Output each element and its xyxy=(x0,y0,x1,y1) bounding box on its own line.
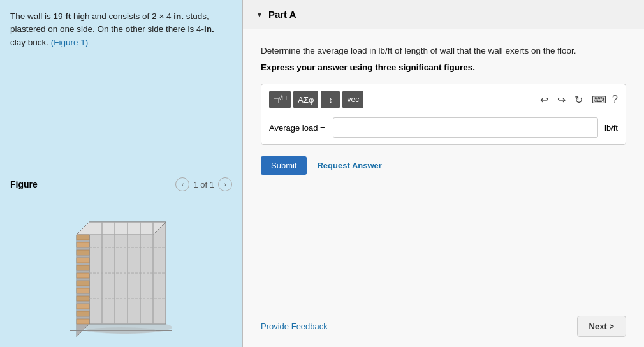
redo-icon: ↪ xyxy=(557,94,566,106)
figure-nav: ‹ 1 of 1 › xyxy=(175,177,232,191)
problem-text: The wall is 19 ft high and consists of 2… xyxy=(10,10,232,49)
keyboard-icon: ⌨ xyxy=(592,94,606,106)
wall-figure-svg xyxy=(51,196,191,337)
refresh-button[interactable]: ↻ xyxy=(571,92,586,107)
problem-line3: clay brick. (Figure 1) xyxy=(10,38,88,47)
sqrt-icon: □√□ xyxy=(274,94,286,105)
updown-button[interactable]: ↕ xyxy=(321,91,340,108)
alpha-sigma-button[interactable]: ΑΣφ xyxy=(293,91,318,108)
right-panel: ▼ Part A Determine the average load in l… xyxy=(243,0,644,347)
svg-rect-15 xyxy=(77,281,89,286)
refresh-icon: ↻ xyxy=(574,94,583,106)
vec-button[interactable]: vec xyxy=(342,91,363,108)
request-answer-link[interactable]: Request Answer xyxy=(317,161,381,170)
provide-feedback-link[interactable]: Provide Feedback xyxy=(261,321,328,331)
answer-container: □√□ ΑΣφ ↕ vec ↩ ↪ ↻ xyxy=(261,84,626,145)
svg-rect-9 xyxy=(77,235,89,240)
figure-page-indicator: 1 of 1 xyxy=(193,180,214,189)
problem-line1: The wall is 19 ft high and consists of 2… xyxy=(10,11,209,21)
svg-rect-12 xyxy=(77,258,89,263)
undo-icon: ↩ xyxy=(540,94,548,106)
toolbar: □√□ ΑΣφ ↕ vec ↩ ↪ ↻ xyxy=(269,91,618,112)
figure-section: Figure ‹ 1 of 1 › xyxy=(10,177,232,337)
unit-label: lb/ft xyxy=(604,123,618,133)
figure-prev-button[interactable]: ‹ xyxy=(175,177,189,191)
svg-rect-17 xyxy=(77,296,89,301)
figure-image-area xyxy=(10,196,232,337)
figure-link[interactable]: (Figure 1) xyxy=(51,38,89,47)
svg-point-25 xyxy=(86,327,156,334)
sqrt-button[interactable]: □√□ xyxy=(269,91,291,108)
next-button[interactable]: Next > xyxy=(577,316,626,337)
svg-rect-18 xyxy=(77,304,89,309)
svg-rect-14 xyxy=(77,273,89,278)
vec-label: vec xyxy=(347,95,359,104)
input-row: Average load = lb/ft xyxy=(269,117,618,138)
input-label: Average load = xyxy=(269,123,326,133)
svg-rect-10 xyxy=(77,242,89,247)
part-title: Part A xyxy=(268,9,296,20)
svg-rect-13 xyxy=(77,265,89,270)
svg-rect-19 xyxy=(77,311,89,316)
redo-button[interactable]: ↪ xyxy=(554,92,569,107)
buttons-row: Submit Request Answer xyxy=(261,156,626,175)
submit-button[interactable]: Submit xyxy=(261,156,307,175)
bottom-row: Provide Feedback Next > xyxy=(243,306,644,347)
problem-line2: plastered on one side. On the other side… xyxy=(10,24,214,34)
undo-button[interactable]: ↩ xyxy=(537,92,552,107)
svg-marker-3 xyxy=(77,222,166,235)
svg-rect-20 xyxy=(77,319,89,324)
left-panel: The wall is 19 ft high and consists of 2… xyxy=(0,0,242,347)
figure-title: Figure xyxy=(10,179,38,189)
help-icon[interactable]: ? xyxy=(612,94,618,105)
svg-rect-16 xyxy=(77,288,89,293)
alpha-sigma-icon: ΑΣφ xyxy=(298,95,314,105)
keyboard-button[interactable]: ⌨ xyxy=(589,92,610,107)
part-header: ▼ Part A xyxy=(243,0,644,29)
bold-instruction: Express your answer using three signific… xyxy=(261,63,626,72)
updown-icon: ↕ xyxy=(328,95,333,105)
question-text: Determine the average load in lb/ft of l… xyxy=(261,45,626,57)
collapse-icon[interactable]: ▼ xyxy=(256,10,263,19)
answer-input[interactable] xyxy=(333,117,598,138)
figure-next-button[interactable]: › xyxy=(218,177,232,191)
main-content: Determine the average load in lb/ft of l… xyxy=(243,29,644,306)
figure-header: Figure ‹ 1 of 1 › xyxy=(10,177,232,191)
svg-rect-11 xyxy=(77,250,89,255)
